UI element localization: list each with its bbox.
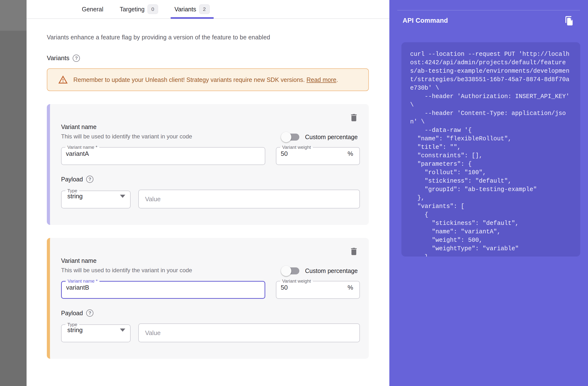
payload-type-select[interactable]: Type string <box>61 323 131 342</box>
custom-percentage-toggle[interactable] <box>281 264 302 277</box>
copy-icon <box>565 16 575 26</box>
custom-percentage-label: Custom percentage <box>305 267 358 274</box>
variant-card-a: Variant name This will be used to identi… <box>47 104 369 225</box>
variants-intro-text: Variants enhance a feature flag by provi… <box>47 34 369 41</box>
api-command-panel: API Command curl --location --request PU… <box>389 0 588 386</box>
chevron-down-icon <box>120 329 125 332</box>
payload-type-label: Type <box>65 190 79 192</box>
custom-percentage-label: Custom percentage <box>305 134 358 141</box>
variant-weight-input[interactable] <box>276 149 348 161</box>
tab-general-label: General <box>82 6 103 13</box>
tab-targeting-badge: 0 <box>147 4 158 14</box>
variants-section-title: Variants <box>47 54 69 62</box>
tab-general[interactable]: General <box>78 0 107 18</box>
copy-command-button[interactable] <box>564 15 575 26</box>
toggle-knob <box>281 266 291 276</box>
payload-type-select[interactable]: Type string <box>61 190 131 208</box>
variant-name-input[interactable] <box>62 149 265 161</box>
payload-heading: Payload <box>61 310 83 317</box>
variant-weight-field-label: Variant weight <box>280 146 313 149</box>
variant-name-subtitle: This will be used to identify the varian… <box>61 267 192 274</box>
variant-name-field-focused: Variant name * <box>61 280 265 299</box>
dimmed-backdrop <box>0 0 26 31</box>
payload-heading: Payload <box>61 176 83 183</box>
payload-help-icon[interactable]: ? <box>86 176 93 183</box>
strategy-tabs: General Targeting 0 Variants 2 <box>26 0 389 19</box>
payload-type-label: Type <box>65 323 79 326</box>
tab-targeting[interactable]: Targeting 0 <box>116 0 162 18</box>
variant-name-heading: Variant name <box>61 123 97 130</box>
variant-name-heading: Variant name <box>61 257 97 264</box>
tab-variants-badge: 2 <box>199 4 210 14</box>
tab-targeting-label: Targeting <box>120 6 145 13</box>
panel-divider <box>397 10 580 10</box>
payload-value-input[interactable] <box>138 323 360 342</box>
variant-weight-field: Variant weight % <box>276 146 360 165</box>
tab-variants[interactable]: Variants 2 <box>171 0 214 18</box>
warning-text: Remember to update your Unleash client! … <box>73 76 338 83</box>
delete-variant-b-button[interactable] <box>349 246 359 257</box>
variant-weight-input[interactable] <box>276 282 348 295</box>
payload-value-input[interactable] <box>138 190 360 208</box>
tab-variants-label: Variants <box>174 6 196 13</box>
percent-suffix: % <box>348 284 359 294</box>
variant-card-b: Variant name This will be used to identi… <box>47 238 369 359</box>
payload-help-icon[interactable]: ? <box>86 309 93 317</box>
sdk-warning-banner: Remember to update your Unleash client! … <box>47 68 369 91</box>
variant-name-field: Variant name * <box>61 146 265 165</box>
variant-name-field-label: Variant name * <box>66 280 100 282</box>
read-more-link[interactable]: Read more <box>307 76 336 83</box>
api-command-title: API Command <box>403 17 448 24</box>
chevron-down-icon <box>120 195 125 198</box>
variant-weight-field-label: Variant weight <box>280 280 313 282</box>
warning-icon <box>58 75 68 85</box>
variant-name-subtitle: This will be used to identify the varian… <box>61 133 192 140</box>
percent-suffix: % <box>348 150 359 160</box>
payload-type-value: string <box>67 193 83 200</box>
trash-icon <box>349 247 359 256</box>
custom-percentage-toggle[interactable] <box>281 130 302 144</box>
variant-name-input[interactable] <box>62 282 265 295</box>
payload-type-value: string <box>67 326 83 334</box>
variants-help-icon[interactable]: ? <box>73 55 80 62</box>
api-command-codeblock[interactable]: curl --location --request PUT 'http://lo… <box>401 42 580 256</box>
toggle-knob <box>281 132 291 142</box>
variant-name-field-label: Variant name * <box>65 146 99 149</box>
curl-command-text: curl --location --request PUT 'http://lo… <box>410 50 572 256</box>
trash-icon <box>349 113 359 122</box>
variant-weight-field: Variant weight % <box>276 280 360 299</box>
delete-variant-a-button[interactable] <box>349 112 359 123</box>
strategy-dialog: General Targeting 0 Variants 2 Variants … <box>26 0 389 386</box>
